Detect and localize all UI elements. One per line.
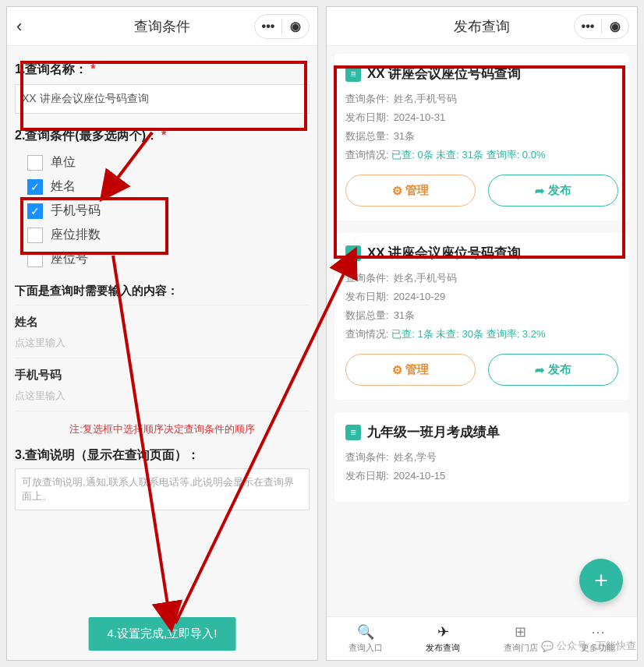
checkbox-icon[interactable] xyxy=(27,155,43,171)
left-content: 1.查询名称：* 2.查询条件(最多选两个)：* 单位✓姓名✓手机号码座位排数座… xyxy=(7,46,317,660)
stats-row: 查询情况: 已查: 1条 未查: 30条 查询率: 3.2% xyxy=(345,327,618,341)
meta-cond: 查询条件:姓名,学号 xyxy=(345,450,618,464)
card-title-text: XX 讲座会议座位号码查询 xyxy=(367,65,521,83)
checkbox-icon[interactable]: ✓ xyxy=(27,203,43,219)
tab-0[interactable]: 🔍查询入口 xyxy=(327,617,405,660)
query-card[interactable]: ≡ XX 讲座会议座位号码查询 查询条件:姓名,手机号码 发布日期:2024-1… xyxy=(334,233,629,400)
checkbox-row[interactable]: 座位号 xyxy=(27,247,310,271)
checkbox-label: 座位号 xyxy=(51,251,88,267)
field-input[interactable]: 点这里输入 xyxy=(15,333,310,358)
field-label: 手机号码 xyxy=(15,368,310,383)
tab-label: 查询门店 xyxy=(504,642,538,654)
tab-icon: ⋯ xyxy=(591,623,605,641)
tab-label: 发布查询 xyxy=(426,642,460,654)
meta-total: 数据总量:31条 xyxy=(345,129,618,143)
checkbox-row[interactable]: ✓手机号码 xyxy=(27,199,310,223)
card-title: ≡ XX 讲座会议座位号码查询 xyxy=(345,244,618,262)
tab-label: 查询入口 xyxy=(349,642,383,654)
checkbox-icon[interactable] xyxy=(27,228,43,243)
share-icon: ➦ xyxy=(535,184,545,198)
share-icon: ➦ xyxy=(535,363,545,377)
query-name-input[interactable] xyxy=(15,84,310,114)
checkbox-label: 座位排数 xyxy=(51,227,101,243)
checkbox-row[interactable]: 单位 xyxy=(27,150,310,175)
titlebar-right: 发布查询 ••• ◉ xyxy=(327,7,637,46)
checkbox-label: 姓名 xyxy=(51,178,76,195)
wechat-capsule-right[interactable]: ••• ◉ xyxy=(574,14,629,39)
titlebar-left: ‹ 查询条件 ••• ◉ xyxy=(7,7,317,46)
meta-cond: 查询条件:姓名,手机号码 xyxy=(345,271,618,285)
card-title: ≡ XX 讲座会议座位号码查询 xyxy=(345,65,618,83)
manage-button[interactable]: ⚙管理 xyxy=(345,354,476,386)
meta-date: 发布日期:2024-10-31 xyxy=(345,111,618,125)
publish-button[interactable]: ➦发布 xyxy=(488,354,618,386)
section3-label: 3.查询说明（显示在查询页面）： xyxy=(15,447,310,464)
query-card[interactable]: ≡ 九年级一班月考成绩单 查询条件:姓名,学号 发布日期:2024-10-15 xyxy=(334,412,629,502)
section2-text: 2.查询条件(最多选两个)： xyxy=(15,129,158,142)
meta-total: 数据总量:31条 xyxy=(345,309,618,323)
import-button[interactable]: 4.设置完成,立即导入! xyxy=(89,617,236,651)
required-star2: * xyxy=(161,129,166,142)
gear-icon: ⚙ xyxy=(392,363,402,377)
section1-text: 1.查询名称： xyxy=(15,62,87,76)
menu-dots-icon-r[interactable]: ••• xyxy=(575,19,601,34)
tabbar: 🔍查询入口✈发布查询⊞查询门店⋯更多功能 xyxy=(327,616,637,660)
checkbox-icon[interactable]: ✓ xyxy=(27,179,43,195)
tab-icon: ✈ xyxy=(437,623,449,641)
tab-icon: 🔍 xyxy=(357,623,374,641)
query-card[interactable]: ≡ XX 讲座会议座位号码查询 查询条件:姓名,手机号码 发布日期:2024-1… xyxy=(334,54,629,221)
manage-button[interactable]: ⚙管理 xyxy=(345,175,476,206)
meta-date: 发布日期:2024-10-15 xyxy=(345,469,618,483)
wechat-icon: 💬 xyxy=(541,641,554,652)
card-title-text: XX 讲座会议座位号码查询 xyxy=(367,244,521,262)
order-note: 注:复选框中选择顺序决定查询条件的顺序 xyxy=(15,422,310,436)
required-star: * xyxy=(90,62,95,76)
tab-1[interactable]: ✈发布查询 xyxy=(405,617,483,660)
checkbox-row[interactable]: ✓姓名 xyxy=(27,175,310,199)
checkbox-label: 手机号码 xyxy=(51,203,101,219)
menu-dots-icon[interactable]: ••• xyxy=(255,19,281,34)
publish-button[interactable]: ➦发布 xyxy=(488,175,618,206)
target-icon[interactable]: ◉ xyxy=(282,19,309,34)
field-list: 姓名点这里输入手机号码点这里输入 xyxy=(15,315,310,411)
page-title-right: 发布查询 xyxy=(454,17,510,36)
meta-cond: 查询条件:姓名,手机号码 xyxy=(345,92,618,106)
checkbox-list: 单位✓姓名✓手机号码座位排数座位号 xyxy=(15,150,310,271)
gear-icon: ⚙ xyxy=(392,184,402,198)
stats-row: 查询情况: 已查: 0条 未查: 31条 查询率: 0.0% xyxy=(345,148,618,162)
card-title: ≡ 九年级一班月考成绩单 xyxy=(345,423,618,441)
section1-label: 1.查询名称：* xyxy=(15,62,310,78)
back-icon[interactable]: ‹ xyxy=(16,16,22,37)
watermark-text: 公众号 · 万能快查 xyxy=(557,639,636,653)
fab-add[interactable]: + xyxy=(579,559,623,602)
left-phone-panel: ‹ 查询条件 ••• ◉ 1.查询名称：* 2.查询条件(最多选两个)：* 单位… xyxy=(6,6,318,661)
doc-icon: ≡ xyxy=(345,66,361,82)
checkbox-row[interactable]: 座位排数 xyxy=(27,223,310,247)
tab-icon: ⊞ xyxy=(515,623,526,641)
target-icon-r[interactable]: ◉ xyxy=(602,19,628,34)
description-textarea[interactable]: 可放查询说明,通知,联系人联系电话等,此说明会显示在查询界面上。 xyxy=(15,468,310,510)
doc-icon: ≡ xyxy=(345,425,361,440)
input-heading: 下面是查询时需要输入的内容： xyxy=(15,276,310,305)
doc-icon: ≡ xyxy=(345,245,361,261)
wechat-capsule[interactable]: ••• ◉ xyxy=(254,14,310,39)
field-input[interactable]: 点这里输入 xyxy=(15,386,310,411)
checkbox-icon[interactable] xyxy=(27,252,43,267)
card-title-text: 九年级一班月考成绩单 xyxy=(367,423,500,441)
checkbox-label: 单位 xyxy=(51,154,76,171)
page-title-left: 查询条件 xyxy=(134,17,190,36)
meta-date: 发布日期:2024-10-29 xyxy=(345,290,618,304)
field-label: 姓名 xyxy=(15,315,310,330)
right-phone-panel: 发布查询 ••• ◉ ≡ XX 讲座会议座位号码查询 查询条件:姓名,手机号码 … xyxy=(326,6,638,661)
section2-label: 2.查询条件(最多选两个)：* xyxy=(15,128,310,144)
watermark: 💬 公众号 · 万能快查 xyxy=(541,639,636,653)
